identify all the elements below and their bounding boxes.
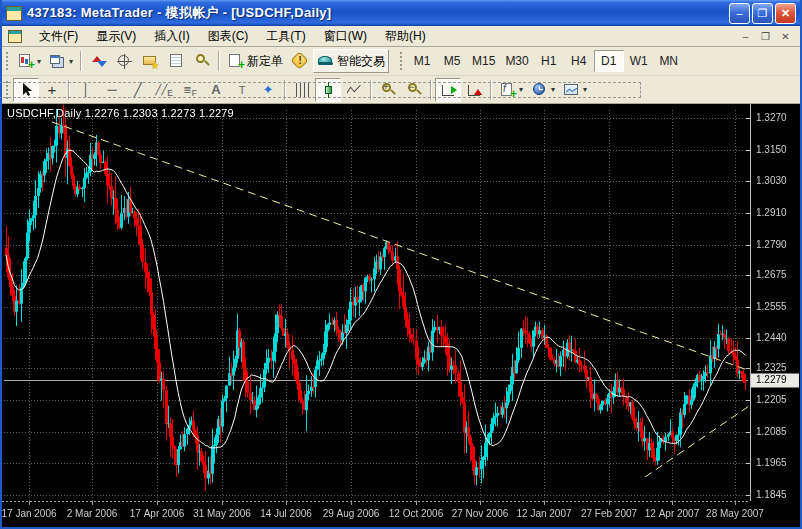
terminal-button[interactable] [163,49,189,73]
line-studies-toolbar: + │ ─ ╱ ╱╱E ≣F A T ✦ ▾ + − f+ ▾ ▾ [2,76,800,104]
terminal-icon [168,53,185,69]
app-icon [6,6,22,21]
timeframe-mn-button[interactable]: MN [654,50,684,72]
new-order-icon: + [227,53,244,69]
market-watch-button[interactable] [85,49,111,73]
data-window-icon [116,53,133,69]
menu-insert[interactable]: 插入(I) [145,26,198,47]
minimize-button[interactable]: – [729,3,750,24]
metatrader-window: 437183: MetaTrader - 模拟帐户 - [USDCHF,Dail… [0,0,802,529]
chevron-down-icon: ▾ [69,57,73,66]
timeframe-h1-button[interactable]: H1 [534,50,564,72]
timeframe-m30-button[interactable]: M30 [500,50,533,72]
menu-bar: 文件(F) 显示(V) 插入(I) 图表(C) 工具(T) 窗口(W) 帮助(H… [2,26,800,47]
toolbar-separator [218,51,220,71]
title-bar: 437183: MetaTrader - 模拟帐户 - [USDCHF,Dail… [2,0,800,26]
menu-file[interactable]: 文件(F) [30,26,87,47]
data-window-button[interactable] [111,49,137,73]
mdi-close-button[interactable]: ✕ [777,29,794,44]
new-chart-button[interactable]: + ▾ [13,49,45,73]
mdi-restore-button[interactable]: ❐ [757,29,774,44]
alert-icon: ! [292,53,309,69]
line-chart-icon [346,82,363,98]
profiles-icon [49,53,66,69]
chart-window-icon [8,30,22,43]
market-watch-icon [90,53,107,69]
indicators-icon: f+ [499,82,516,98]
price-chart-canvas[interactable] [2,104,800,527]
menu-help[interactable]: 帮助(H) [376,26,435,47]
chart-ohlc-label: USDCHF,Daily 1.2276 1.2303 1.2273 1.2279 [7,107,234,119]
chart-shift-icon [466,82,483,98]
bar-chart-icon [294,82,311,98]
profiles-button[interactable]: ▾ [45,49,77,73]
strategy-tester-button[interactable] [189,49,215,73]
mdi-minimize-button[interactable]: – [737,29,754,44]
timeframe-d1-button[interactable]: D1 [594,50,624,72]
menu-view[interactable]: 显示(V) [87,26,145,47]
candlestick-icon [320,82,337,98]
toolbar-grip[interactable] [5,51,10,71]
timeframe-m5-button[interactable]: M5 [437,50,467,72]
strategy-tester-icon [194,53,211,69]
navigator-icon: ★ [142,53,159,69]
periods-clock-icon [531,82,548,98]
menu-tools[interactable]: 工具(T) [257,26,314,47]
menu-charts[interactable]: 图表(C) [199,26,258,47]
alert-button[interactable]: ! [287,49,313,73]
standard-toolbar: + ▾ ▾ ★ + 新定单 ! 智能交易 M1 M5 M15 M30 H1 H4… [2,47,800,76]
new-order-label: 新定单 [247,53,283,70]
chart-area[interactable]: USDCHF,Daily 1.2276 1.2303 1.2273 1.2279 [2,104,800,527]
auto-scroll-icon [440,82,457,98]
window-title: 437183: MetaTrader - 模拟帐户 - [USDCHF,Dail… [27,4,331,22]
expert-advisors-icon [317,53,334,69]
toolbar-separator [80,51,82,71]
close-button[interactable]: ✕ [775,3,796,24]
templates-icon [563,82,580,98]
timeframe-w1-button[interactable]: W1 [624,50,654,72]
timeframe-m15-button[interactable]: M15 [467,50,500,72]
timeframe-m1-button[interactable]: M1 [407,50,437,72]
navigator-button[interactable]: ★ [137,49,163,73]
zoom-in-icon: + [380,82,397,98]
arrows-button[interactable]: ✦ ▾ [255,78,281,102]
new-chart-icon: + [17,53,34,69]
toolbar-grip[interactable] [399,51,404,71]
menu-window[interactable]: 窗口(W) [315,26,376,47]
restore-button[interactable]: ❐ [752,3,773,24]
zoom-out-icon: − [406,82,423,98]
chevron-down-icon: ▾ [37,57,41,66]
expert-advisors-button[interactable]: 智能交易 [313,49,389,73]
timeframe-h4-button[interactable]: H4 [564,50,594,72]
new-order-button[interactable]: + 新定单 [223,49,287,73]
expert-advisors-label: 智能交易 [337,53,385,70]
